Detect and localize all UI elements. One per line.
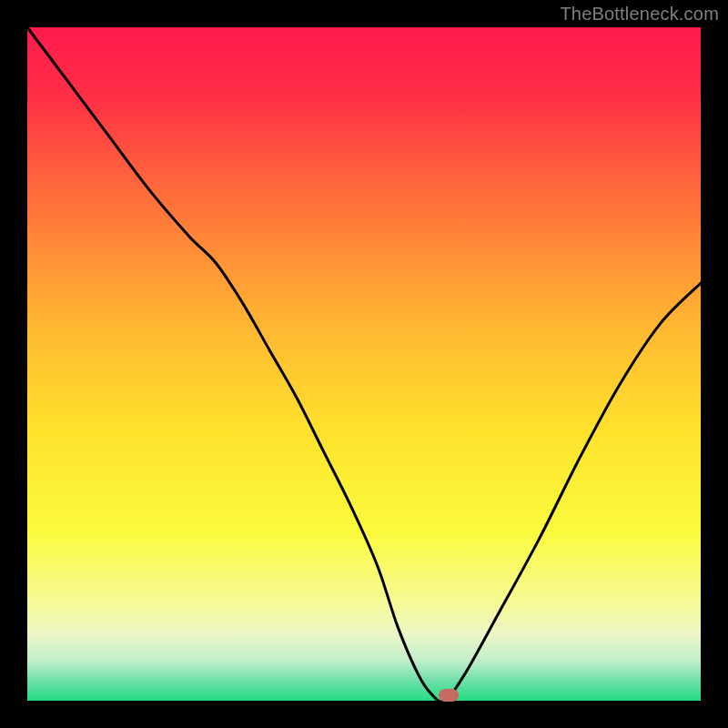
curve-layer bbox=[27, 27, 701, 701]
chart-frame: TheBottleneck.com bbox=[0, 0, 728, 728]
watermark-text: TheBottleneck.com bbox=[560, 4, 719, 25]
bottleneck-curve bbox=[27, 27, 701, 701]
plot-area bbox=[27, 27, 701, 701]
optimal-point-marker bbox=[439, 689, 459, 702]
